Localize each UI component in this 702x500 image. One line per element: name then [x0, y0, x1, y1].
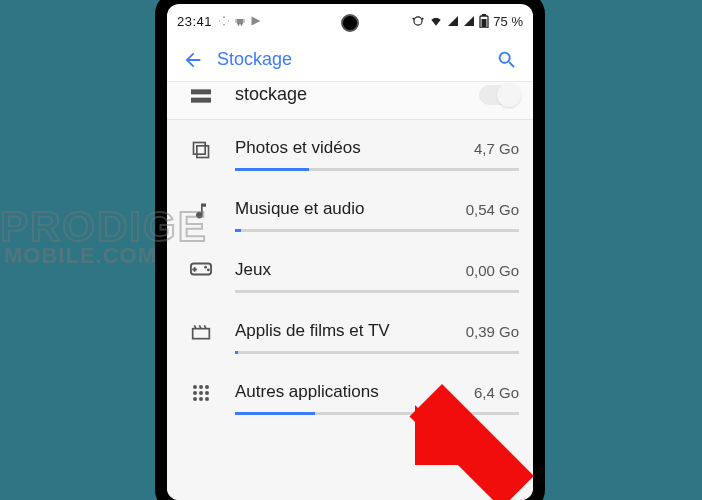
storage-row-label: stockage [221, 84, 307, 105]
storage-row-games[interactable]: Jeux 0,00 Go [167, 242, 533, 303]
photos-icon [181, 138, 221, 160]
battery-percent: 75 % [493, 14, 523, 29]
svg-rect-5 [191, 89, 211, 94]
usage-bar-fill [235, 168, 309, 171]
svg-point-20 [205, 391, 209, 395]
music-icon [181, 199, 221, 221]
status-notification-icons [218, 15, 262, 27]
arrow-back-icon [182, 49, 204, 71]
usage-bar [235, 229, 519, 232]
category-size: 0,39 Go [466, 323, 519, 340]
category-label: Jeux [235, 260, 271, 280]
wifi-icon [429, 14, 443, 28]
svg-point-17 [205, 385, 209, 389]
phone-screen: 23:41 75 % [167, 4, 533, 500]
svg-rect-13 [192, 269, 197, 271]
storage-row-photos[interactable]: Photos et vidéos 4,7 Go [167, 120, 533, 181]
category-label: Applis de films et TV [235, 321, 390, 341]
storage-category-list[interactable]: stockage Photos et vidéos 4,7 Go [167, 82, 533, 500]
vpn-key-icon [218, 15, 230, 27]
category-size: 0,00 Go [466, 262, 519, 279]
category-label: Photos et vidéos [235, 138, 361, 158]
storage-icon [181, 87, 221, 103]
games-icon [181, 260, 221, 276]
category-size: 0,54 Go [466, 201, 519, 218]
signal-icon-2 [463, 15, 475, 27]
play-store-icon [250, 15, 262, 27]
svg-point-18 [193, 391, 197, 395]
movie-icon [181, 321, 221, 341]
search-icon [496, 49, 518, 71]
camera-punch-hole [341, 14, 359, 32]
signal-icon-1 [447, 15, 459, 27]
category-label: Musique et audio [235, 199, 364, 219]
battery-icon [479, 14, 489, 28]
usage-bar-fill [235, 229, 241, 232]
svg-point-19 [199, 391, 203, 395]
page-title: Stockage [213, 49, 487, 70]
usage-bar [235, 168, 519, 171]
usage-bar [235, 351, 519, 354]
svg-rect-6 [191, 97, 211, 102]
svg-point-22 [199, 397, 203, 401]
app-bar: Stockage [167, 38, 533, 82]
storage-row-music[interactable]: Musique et audio 0,54 Go [167, 181, 533, 242]
storage-row-other-apps[interactable]: Autres applications 6,4 Go [167, 364, 533, 425]
svg-rect-7 [194, 143, 206, 155]
svg-point-10 [204, 266, 207, 269]
svg-point-16 [199, 385, 203, 389]
storage-row-movies-tv[interactable]: Applis de films et TV 0,39 Go [167, 303, 533, 364]
svg-point-23 [205, 397, 209, 401]
category-size: 4,7 Go [474, 140, 519, 157]
category-size: 6,4 Go [474, 384, 519, 401]
storage-row-partial[interactable]: stockage [167, 82, 533, 120]
svg-point-21 [193, 397, 197, 401]
svg-point-15 [193, 385, 197, 389]
search-button[interactable] [487, 49, 527, 71]
svg-rect-14 [193, 329, 210, 339]
svg-rect-8 [197, 146, 209, 158]
alarm-icon [411, 14, 425, 28]
svg-rect-3 [482, 14, 486, 16]
usage-bar [235, 412, 519, 415]
usage-bar-fill [235, 412, 315, 415]
category-label: Autres applications [235, 382, 379, 402]
svg-rect-4 [482, 19, 487, 27]
status-time: 23:41 [177, 14, 212, 29]
svg-point-11 [207, 269, 210, 272]
usage-bar [235, 290, 519, 293]
apps-grid-icon [181, 382, 221, 402]
toggle-switch[interactable] [479, 85, 519, 105]
back-button[interactable] [173, 49, 213, 71]
android-debug-icon [234, 15, 246, 27]
usage-bar-fill [235, 351, 238, 354]
phone-frame: 23:41 75 % [155, 0, 545, 500]
